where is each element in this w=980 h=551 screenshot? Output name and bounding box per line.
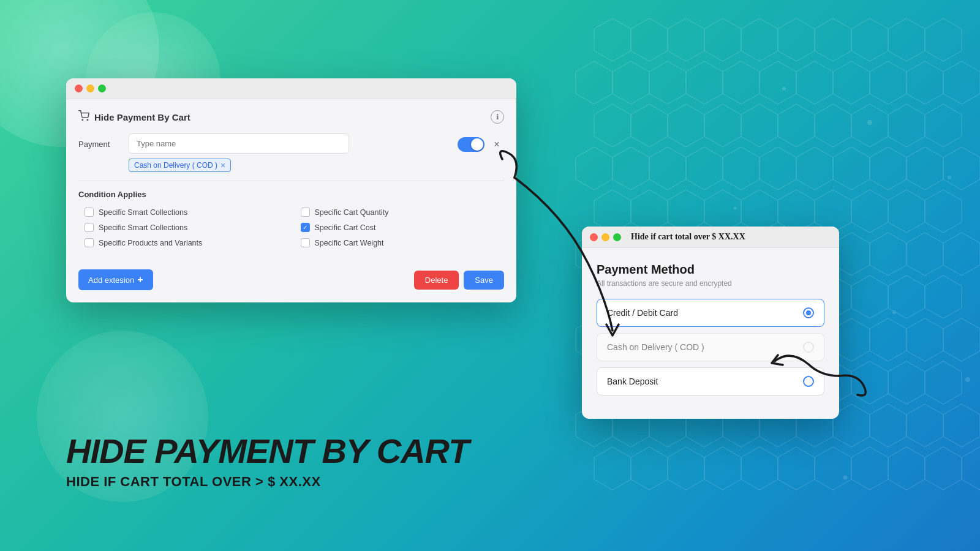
payment-minimize-dot[interactable] <box>601 233 609 241</box>
checkbox-cart-weight[interactable] <box>301 238 310 247</box>
bank-deposit-label: Bank Deposit <box>607 377 658 386</box>
svg-marker-62 <box>943 233 980 276</box>
payment-option-bank-deposit[interactable]: Bank Deposit <box>597 367 824 395</box>
payment-option-cod[interactable]: Cash on Delivery ( COD ) <box>597 333 824 361</box>
radio-credit-card[interactable] <box>803 307 814 318</box>
checkbox-smart-collections-1[interactable] <box>85 208 94 217</box>
svg-marker-105 <box>594 447 631 490</box>
svg-marker-10 <box>576 61 612 104</box>
svg-marker-107 <box>668 447 704 490</box>
checkbox-cart-quantity[interactable] <box>301 208 310 217</box>
svg-marker-70 <box>851 276 888 318</box>
svg-marker-31 <box>576 147 612 190</box>
svg-marker-13 <box>686 61 723 104</box>
svg-marker-17 <box>833 61 870 104</box>
main-window-titlebar <box>66 78 516 99</box>
payment-close-dot[interactable] <box>590 233 598 241</box>
save-button[interactable]: Save <box>464 271 504 290</box>
svg-marker-61 <box>907 233 943 276</box>
svg-marker-115 <box>962 447 980 490</box>
main-window-title: Hide Payment By Cart <box>94 112 190 122</box>
svg-marker-33 <box>649 147 686 190</box>
svg-marker-34 <box>686 147 723 190</box>
conditions-grid: Specific Smart Collections Specific Cart… <box>78 208 504 247</box>
svg-marker-12 <box>649 61 686 104</box>
condition-label-2: Specific Smart Collections <box>99 223 187 232</box>
condition-products-variants: Specific Products and Variants <box>85 238 288 247</box>
svg-marker-7 <box>851 18 888 61</box>
svg-point-125 <box>843 476 848 480</box>
svg-marker-3 <box>704 18 741 61</box>
svg-marker-38 <box>833 147 870 190</box>
svg-marker-39 <box>870 147 907 190</box>
condition-label-5: Specific Cart Weight <box>315 239 384 247</box>
svg-marker-35 <box>723 147 760 190</box>
svg-marker-8 <box>888 18 925 61</box>
close-button[interactable]: × <box>489 137 504 152</box>
svg-marker-102 <box>870 404 907 447</box>
svg-marker-21 <box>594 104 631 147</box>
payment-search-input[interactable] <box>129 133 349 154</box>
maximize-dot[interactable] <box>98 84 106 92</box>
toggle-knob <box>471 138 483 151</box>
svg-marker-4 <box>741 18 778 61</box>
svg-marker-15 <box>760 61 796 104</box>
svg-marker-20 <box>943 61 980 104</box>
svg-marker-103 <box>907 404 943 447</box>
tag-close-button[interactable]: × <box>221 161 225 170</box>
svg-marker-22 <box>631 104 668 147</box>
add-extension-button[interactable]: Add extesion + <box>78 269 153 290</box>
checkbox-smart-collections-2[interactable] <box>85 223 94 232</box>
svg-marker-51 <box>925 190 962 233</box>
svg-marker-114 <box>925 447 962 490</box>
svg-point-123 <box>965 377 970 382</box>
svg-marker-60 <box>870 233 907 276</box>
svg-marker-83 <box>943 318 980 361</box>
svg-marker-23 <box>668 104 704 147</box>
svg-point-116 <box>782 87 786 91</box>
svg-marker-108 <box>704 447 741 490</box>
radio-cod[interactable] <box>803 342 814 353</box>
info-icon[interactable]: ℹ <box>491 110 504 124</box>
payment-toggle[interactable] <box>458 137 484 152</box>
svg-marker-49 <box>851 190 888 233</box>
cart-icon <box>78 110 89 124</box>
svg-marker-25 <box>741 104 778 147</box>
svg-marker-29 <box>888 104 925 147</box>
svg-marker-112 <box>851 447 888 490</box>
credit-card-label: Credit / Debit Card <box>607 308 678 318</box>
svg-point-121 <box>892 310 896 314</box>
svg-marker-14 <box>723 61 760 104</box>
svg-marker-104 <box>943 404 980 447</box>
window-footer: Add extesion + Delete Save <box>78 261 504 290</box>
svg-point-117 <box>867 120 872 125</box>
svg-point-127 <box>87 119 88 121</box>
svg-marker-27 <box>815 104 851 147</box>
payment-maximize-dot[interactable] <box>613 233 621 241</box>
svg-marker-19 <box>907 61 943 104</box>
tag-label: Cash on Delivery ( COD ) <box>134 161 217 170</box>
close-dot[interactable] <box>75 84 83 92</box>
payment-window-titlebar: Hide if cart total over $ XX.XX <box>582 227 839 248</box>
payment-window-annotation: Hide if cart total over $ XX.XX <box>631 232 745 242</box>
svg-point-126 <box>82 119 83 121</box>
plus-icon: + <box>137 274 143 285</box>
minimize-dot[interactable] <box>86 84 94 92</box>
delete-button[interactable]: Delete <box>414 271 459 290</box>
radio-bank-deposit[interactable] <box>803 376 814 387</box>
svg-marker-82 <box>907 318 943 361</box>
svg-point-118 <box>948 176 951 179</box>
payment-secure-text: All transactions are secure and encrypte… <box>597 279 824 288</box>
checkbox-products-variants[interactable] <box>85 238 94 247</box>
svg-marker-40 <box>907 147 943 190</box>
checkbox-cart-cost[interactable] <box>301 223 310 232</box>
svg-marker-30 <box>925 104 962 147</box>
payment-method-window: Hide if cart total over $ XX.XX Payment … <box>582 227 839 419</box>
svg-marker-5 <box>778 18 815 61</box>
svg-marker-16 <box>796 61 833 104</box>
payment-method-title: Payment Method <box>597 263 824 277</box>
svg-marker-81 <box>870 318 907 361</box>
payment-tag-cod: Cash on Delivery ( COD ) × <box>129 159 231 172</box>
svg-marker-113 <box>888 447 925 490</box>
payment-option-credit-card[interactable]: Credit / Debit Card <box>597 299 824 327</box>
